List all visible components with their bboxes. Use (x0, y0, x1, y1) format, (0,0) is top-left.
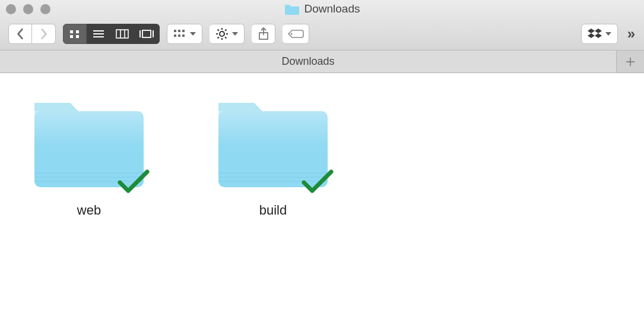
svg-point-19 (220, 32, 224, 36)
action-button[interactable] (210, 24, 245, 44)
back-button[interactable] (8, 24, 32, 44)
title-folder-icon (284, 3, 300, 15)
forward-button[interactable] (32, 24, 56, 44)
chevron-down-icon (232, 32, 238, 36)
svg-rect-2 (70, 35, 73, 38)
icon-view-button[interactable] (63, 24, 87, 44)
svg-rect-3 (76, 35, 79, 38)
dropbox-icon (588, 28, 602, 40)
column-view-button[interactable] (110, 24, 134, 44)
nav-group (8, 24, 56, 44)
chevron-down-icon (190, 32, 196, 36)
share-button[interactable] (252, 24, 275, 44)
svg-line-25 (225, 37, 226, 38)
svg-line-27 (218, 37, 219, 38)
dropbox-button[interactable] (581, 24, 618, 44)
svg-rect-0 (70, 30, 73, 33)
svg-rect-11 (142, 30, 151, 37)
svg-line-24 (218, 30, 219, 31)
tab-downloads[interactable]: Downloads (0, 51, 617, 73)
synced-check-icon (116, 168, 151, 194)
svg-rect-13 (174, 30, 176, 32)
svg-rect-1 (76, 30, 79, 33)
svg-rect-34 (34, 111, 144, 147)
window-titlebar: Downloads (0, 0, 644, 18)
synced-check-icon (300, 168, 335, 194)
new-tab-button[interactable] (617, 51, 644, 73)
svg-rect-15 (182, 30, 185, 32)
minimize-window-button[interactable] (23, 4, 33, 14)
tab-bar: Downloads (0, 51, 644, 73)
svg-rect-18 (182, 34, 185, 37)
coverflow-view-button[interactable] (134, 24, 160, 44)
plus-icon (625, 56, 636, 67)
folder-icon (214, 91, 332, 192)
folder-label: web (77, 203, 101, 218)
gear-icon (215, 27, 229, 40)
folder-icon (30, 91, 148, 192)
folder-label: build (259, 203, 287, 218)
tags-button[interactable] (283, 24, 309, 44)
arrange-button[interactable] (167, 24, 202, 44)
svg-rect-14 (178, 30, 180, 32)
folder-item[interactable]: web (30, 91, 148, 218)
window-controls (6, 4, 50, 14)
toolbar: » (0, 18, 644, 51)
svg-rect-7 (116, 30, 128, 38)
toolbar-overflow-button[interactable]: » (625, 26, 636, 42)
tag-icon (287, 29, 304, 39)
svg-rect-39 (218, 111, 328, 147)
tab-label: Downloads (281, 55, 334, 68)
list-view-button[interactable] (87, 24, 110, 44)
folder-item[interactable]: build (214, 91, 332, 218)
svg-rect-16 (174, 34, 176, 37)
view-mode-group (63, 24, 160, 44)
close-window-button[interactable] (6, 4, 16, 14)
share-icon (258, 27, 269, 40)
chevron-down-icon (605, 32, 611, 36)
zoom-window-button[interactable] (40, 4, 50, 14)
window-title: Downloads (304, 2, 360, 15)
file-browser-content[interactable]: web build (0, 73, 644, 236)
svg-point-30 (290, 33, 292, 34)
svg-rect-17 (178, 34, 180, 37)
svg-line-26 (225, 30, 226, 31)
